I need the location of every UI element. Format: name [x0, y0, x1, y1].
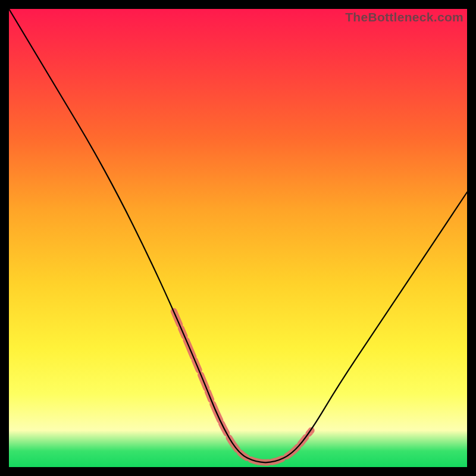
chart-frame: TheBottleneck.com	[9, 9, 467, 467]
bottleneck-curve-line	[9, 9, 467, 462]
bottleneck-highlight-segment	[174, 311, 311, 462]
chart-svg	[9, 9, 467, 467]
